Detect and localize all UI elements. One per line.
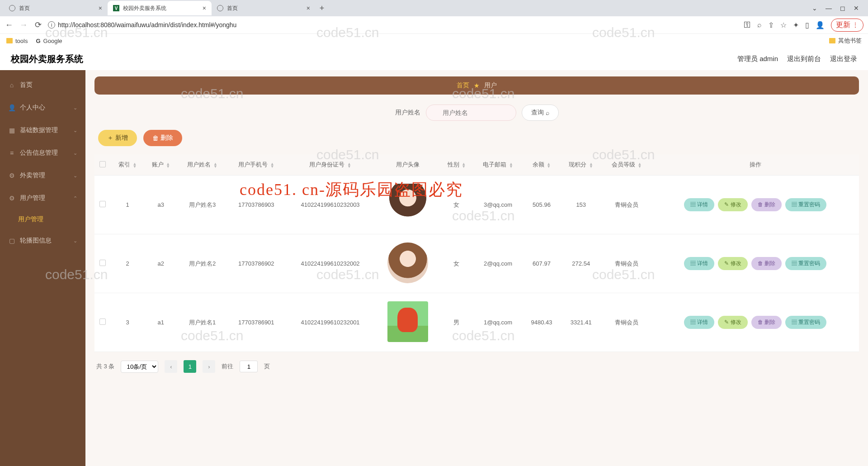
sort-icon[interactable]: ▲▼: [638, 162, 642, 168]
edit-button[interactable]: ✎ 修改: [718, 198, 747, 211]
sidebar-item-carousel[interactable]: ▢轮播图信息⌄: [0, 229, 85, 252]
chevron-down-icon: ⌄: [73, 173, 77, 179]
goto-front-link[interactable]: 退出到前台: [787, 55, 821, 63]
search-icon[interactable]: ⌕: [757, 21, 762, 29]
column-header[interactable]: 操作: [651, 154, 859, 176]
address-bar: ← → ⟳ i http://localhost:8080/waimaifuwu…: [0, 16, 868, 33]
column-header[interactable]: 现积分 ▲▼: [560, 154, 602, 176]
sort-icon[interactable]: ▲▼: [347, 162, 351, 168]
sidebar-subitem-usermgmt[interactable]: 用户管理: [0, 209, 85, 229]
column-header[interactable]: 余额 ▲▼: [523, 154, 561, 176]
close-icon[interactable]: ×: [203, 5, 206, 12]
sidebar-item-takeout[interactable]: ⚙外卖管理⌄: [0, 164, 85, 187]
share-icon[interactable]: ⇪: [768, 21, 774, 29]
next-page-button[interactable]: ›: [203, 360, 215, 373]
column-header[interactable]: 电子邮箱 ▲▼: [473, 154, 523, 176]
app-body: ⌂首页 👤个人中心⌄ ▦基础数据管理⌄ ≡公告信息管理⌄ ⚙外卖管理⌄ ⚙用户管…: [0, 70, 868, 466]
row-delete-button[interactable]: 🗑 删除: [751, 198, 782, 211]
url-input[interactable]: i http://localhost:8080/waimaifuwu/admin…: [48, 21, 738, 29]
detail-button[interactable]: ▤ 详情: [684, 198, 714, 211]
cell-account: a1: [144, 293, 178, 352]
panel-icon[interactable]: ▯: [805, 21, 809, 29]
column-header[interactable]: 索引 ▲▼: [111, 154, 144, 176]
cell-points: 3321.41: [560, 293, 602, 352]
home-icon: ⌂: [8, 81, 15, 89]
logout-link[interactable]: 退出登录: [830, 55, 857, 63]
column-header[interactable]: 账户 ▲▼: [144, 154, 178, 176]
cell-account: a2: [144, 234, 178, 293]
reset-password-button[interactable]: ▤ 重置密码: [785, 198, 826, 211]
sort-icon[interactable]: ▲▼: [509, 162, 513, 168]
site-info-icon[interactable]: i: [48, 21, 55, 29]
profile-icon[interactable]: 👤: [816, 21, 825, 29]
reset-password-button[interactable]: ▤ 重置密码: [785, 316, 826, 329]
column-header[interactable]: 性别 ▲▼: [440, 154, 473, 176]
sort-icon[interactable]: ▲▼: [270, 162, 274, 168]
maximize-icon[interactable]: ◻: [840, 5, 845, 12]
column-header[interactable]: 用户姓名 ▲▼: [178, 154, 227, 176]
cell-email: 3@qq.com: [473, 176, 523, 234]
add-button[interactable]: ＋ 新增: [98, 130, 137, 146]
row-checkbox[interactable]: [99, 319, 106, 325]
row-checkbox[interactable]: [99, 201, 106, 207]
bookmark-google[interactable]: GGoogle: [36, 38, 62, 44]
detail-button[interactable]: ▤ 详情: [684, 257, 714, 270]
reset-password-button[interactable]: ▤ 重置密码: [785, 257, 826, 270]
back-button[interactable]: ←: [5, 20, 14, 30]
column-header[interactable]: [94, 154, 111, 176]
edit-button[interactable]: ✎ 修改: [718, 316, 747, 329]
row-delete-button[interactable]: 🗑 删除: [751, 316, 782, 329]
browser-tab-1[interactable]: V 校园外卖服务系统 ×: [108, 1, 212, 15]
column-header[interactable]: 用户头像: [375, 154, 440, 176]
select-all-checkbox[interactable]: [99, 161, 106, 167]
dropdown-icon[interactable]: ⌄: [812, 5, 817, 12]
sort-icon[interactable]: ▲▼: [589, 162, 593, 168]
key-icon[interactable]: ⚿: [744, 21, 751, 29]
query-button[interactable]: 查询 ⌕: [522, 105, 559, 121]
page-size-select[interactable]: 10条/页: [121, 361, 158, 373]
row-delete-button[interactable]: 🗑 删除: [751, 257, 782, 270]
search-input[interactable]: [426, 105, 516, 121]
sidebar-item-users[interactable]: ⚙用户管理⌃: [0, 187, 85, 209]
bookmark-tools[interactable]: tools: [6, 38, 28, 44]
cell-name: 用户姓名1: [178, 293, 227, 352]
sort-icon[interactable]: ▲▼: [166, 162, 170, 168]
sort-icon[interactable]: ▲▼: [213, 162, 217, 168]
sidebar-item-notice[interactable]: ≡公告信息管理⌄: [0, 142, 85, 164]
bookmark-icon[interactable]: ☆: [780, 21, 787, 29]
update-button[interactable]: 更新: [831, 19, 863, 32]
goto-label: 前往: [222, 362, 233, 371]
close-icon[interactable]: ×: [99, 5, 102, 12]
row-checkbox[interactable]: [99, 260, 106, 266]
cell-index: 3: [111, 293, 144, 352]
edit-button[interactable]: ✎ 修改: [718, 257, 747, 270]
column-header[interactable]: 会员等级 ▲▼: [602, 154, 651, 176]
sort-icon[interactable]: ▲▼: [133, 162, 137, 168]
admin-label[interactable]: 管理员 admin: [737, 55, 778, 63]
sidebar-item-home[interactable]: ⌂首页: [0, 74, 85, 96]
extensions-icon[interactable]: ✦: [793, 21, 799, 29]
prev-page-button[interactable]: ‹: [165, 360, 177, 373]
close-icon[interactable]: ×: [307, 5, 310, 12]
sort-icon[interactable]: ▲▼: [462, 162, 466, 168]
minimize-icon[interactable]: —: [826, 5, 832, 12]
close-window-icon[interactable]: ✕: [854, 5, 859, 12]
detail-button[interactable]: ▤ 详情: [684, 316, 714, 329]
column-header[interactable]: 用户手机号 ▲▼: [227, 154, 285, 176]
browser-tab-2[interactable]: 首页 ×: [212, 1, 316, 15]
sidebar-item-basedata[interactable]: ▦基础数据管理⌄: [0, 119, 85, 142]
forward-button[interactable]: →: [19, 20, 28, 30]
new-tab-button[interactable]: +: [316, 2, 328, 14]
page-1-button[interactable]: 1: [184, 360, 196, 373]
reload-button[interactable]: ⟳: [33, 20, 42, 30]
browser-tab-0[interactable]: 首页 ×: [4, 1, 108, 15]
sidebar-item-profile[interactable]: 👤个人中心⌄: [0, 96, 85, 119]
bookmark-other[interactable]: 其他书签: [829, 37, 862, 45]
sort-icon[interactable]: ▲▼: [547, 162, 551, 168]
delete-button[interactable]: 🗑 删除: [143, 130, 182, 146]
page-suffix: 页: [264, 362, 270, 371]
column-header[interactable]: 用户身份证号 ▲▼: [285, 154, 375, 176]
goto-page-input[interactable]: [240, 361, 258, 372]
table-row: 1 a3 用户姓名3 17703786903 41022419961023200…: [94, 176, 859, 234]
breadcrumb-home[interactable]: 首页: [457, 81, 469, 90]
